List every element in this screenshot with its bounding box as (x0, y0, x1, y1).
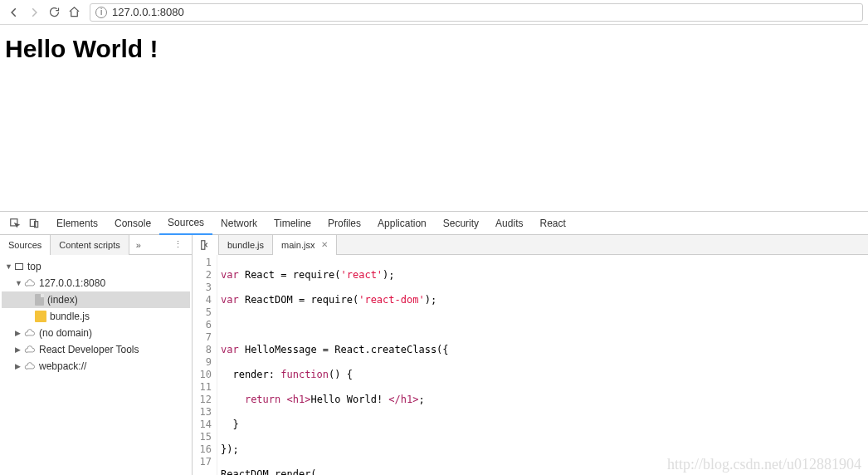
devtools-inspect-controls (0, 218, 48, 229)
tab-sources[interactable]: Sources (159, 212, 212, 235)
tree-webpack[interactable]: ▶webpack:// (2, 358, 190, 375)
tab-profiles[interactable]: Profiles (319, 212, 369, 235)
tree-origin[interactable]: ▼127.0.0.1:8080 (2, 275, 190, 291)
tree-bundle[interactable]: bundle.js (2, 308, 190, 325)
site-info-icon[interactable]: i (95, 7, 107, 18)
page-content: Hello World ! (0, 25, 868, 63)
home-button[interactable] (65, 3, 83, 22)
navigator-tab-content-scripts[interactable]: Content scripts (51, 235, 129, 255)
tab-timeline[interactable]: Timeline (266, 212, 319, 235)
js-file-icon (35, 311, 46, 322)
file-tabs-nav-icon[interactable] (193, 235, 219, 255)
svg-rect-3 (16, 264, 23, 270)
cloud-icon (24, 277, 36, 289)
devtools-tabbar: Elements Console Sources Network Timelin… (0, 212, 868, 235)
tab-console[interactable]: Console (106, 212, 159, 235)
tab-application[interactable]: Application (369, 212, 435, 235)
tab-react[interactable]: React (531, 212, 573, 235)
file-icon (35, 294, 44, 306)
address-bar[interactable]: i 127.0.0.1:8080 (90, 3, 863, 22)
tab-network[interactable]: Network (212, 212, 266, 235)
devtools-body: Sources Content scripts » ⋮ ▼top ▼127.0.… (0, 235, 868, 475)
tab-security[interactable]: Security (435, 212, 487, 235)
cloud-icon (24, 360, 36, 372)
editor-file-tabs: bundle.js main.jsx✕ (193, 235, 868, 255)
cloud-icon (24, 344, 36, 355)
tree-top[interactable]: ▼top (2, 258, 190, 275)
browser-toolbar: i 127.0.0.1:8080 (0, 0, 868, 25)
tab-audits[interactable]: Audits (487, 212, 531, 235)
address-bar-text: 127.0.0.1:8080 (112, 6, 184, 18)
devtools-panel: Elements Console Sources Network Timelin… (0, 211, 868, 475)
file-tab-main[interactable]: main.jsx✕ (273, 235, 337, 255)
navigator-menu-icon[interactable]: ⋮ (165, 239, 192, 250)
tree-no-domain[interactable]: ▶(no domain) (2, 325, 190, 341)
code-editor[interactable]: 1234567891011121314151617 var React = re… (193, 255, 868, 475)
svg-rect-4 (201, 240, 204, 249)
file-tab-bundle[interactable]: bundle.js (219, 235, 273, 255)
navigator-tabs: Sources Content scripts » ⋮ (0, 235, 192, 255)
sources-editor: bundle.js main.jsx✕ 12345678910111213141… (193, 235, 868, 475)
navigator-overflow-icon[interactable]: » (129, 240, 148, 250)
device-toolbar-icon[interactable] (28, 218, 40, 229)
tree-react-devtools[interactable]: ▶React Developer Tools (2, 341, 190, 358)
cloud-icon (24, 327, 36, 339)
reload-button[interactable] (45, 3, 63, 22)
tab-elements[interactable]: Elements (48, 212, 106, 235)
inspect-element-icon[interactable] (9, 218, 21, 229)
forward-button[interactable] (25, 3, 43, 22)
code-content: var React = require('react'); var ReactD… (217, 255, 449, 475)
line-gutter: 1234567891011121314151617 (193, 255, 217, 475)
file-tree: ▼top ▼127.0.0.1:8080 (index) bundle.js ▶… (0, 255, 192, 378)
sources-navigator: Sources Content scripts » ⋮ ▼top ▼127.0.… (0, 235, 193, 475)
page-heading: Hello World ! (5, 35, 863, 63)
navigator-tab-sources[interactable]: Sources (0, 235, 51, 255)
back-button[interactable] (5, 3, 23, 22)
tree-index[interactable]: (index) (2, 291, 190, 308)
close-icon[interactable]: ✕ (321, 240, 328, 249)
